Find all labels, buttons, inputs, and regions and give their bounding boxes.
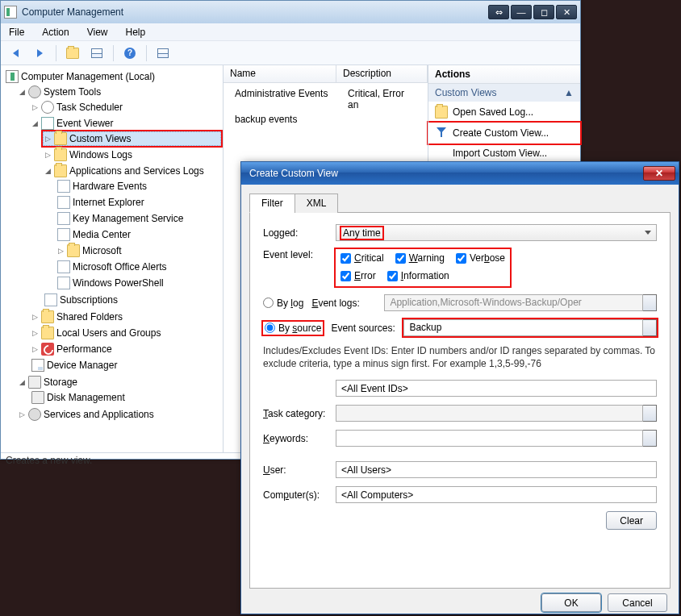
tree-ie[interactable]: Internet Explorer	[56, 195, 221, 210]
col-name[interactable]: Name	[224, 65, 336, 82]
label: Create Custom View...	[453, 127, 549, 139]
view-button[interactable]	[153, 44, 173, 62]
checkbox-error[interactable]: Error	[340, 270, 376, 281]
tree-local-users[interactable]: ▷Local Users and Groups	[30, 326, 221, 340]
tree-hardware-events[interactable]: Hardware Events	[56, 179, 221, 194]
checkbox-information[interactable]: Information	[387, 270, 449, 281]
label: Services and Applications	[44, 409, 154, 420]
tree-services-apps[interactable]: ▷Services and Applications	[17, 407, 221, 422]
checkbox-critical[interactable]: Critical	[340, 252, 384, 264]
expander-icon[interactable]: ▷	[57, 248, 65, 255]
dialog-title: Create Custom View	[244, 168, 643, 179]
tree-disk-management[interactable]: Disk Management	[30, 390, 221, 405]
properties-button[interactable]	[87, 44, 107, 62]
list-item[interactable]: Administrative Events Critical, Error an	[228, 86, 423, 112]
keywords-field[interactable]	[336, 430, 643, 447]
dialog-titlebar[interactable]: Create Custom View ✕	[241, 162, 679, 185]
create-custom-view-dialog: Create Custom View ✕ Filter XML Logged: …	[240, 161, 679, 614]
checkbox-warning[interactable]: Warning	[395, 252, 445, 264]
checkbox-verbose[interactable]: Verbose	[456, 252, 505, 264]
label: Device Manager	[47, 360, 117, 371]
list-item[interactable]: backup events	[228, 112, 423, 127]
label: Local Users and Groups	[56, 327, 161, 339]
tree-windows-logs[interactable]: ▷Windows Logs	[43, 148, 221, 162]
tree-key-mgmt[interactable]: Key Management Service	[56, 211, 221, 226]
event-sources-dropdown[interactable]	[643, 319, 657, 336]
expander-icon[interactable]: ▷	[31, 314, 39, 321]
tree-media-center[interactable]: Media Center	[56, 227, 221, 242]
ok-button[interactable]: OK	[541, 593, 601, 612]
arrow-left-icon	[13, 49, 19, 57]
label: Key Management Service	[73, 213, 183, 224]
separator	[113, 45, 114, 61]
forward-button[interactable]	[30, 44, 49, 62]
grid-icon	[157, 48, 169, 58]
help-button[interactable]: ?	[120, 44, 140, 62]
tree-subscriptions[interactable]: Subscriptions	[43, 293, 221, 307]
tree-custom-views[interactable]: ▷Custom Views	[43, 131, 221, 146]
titlebar[interactable]: Computer Management ⇔ — ◻ ✕	[1, 1, 580, 23]
tree-powershell[interactable]: Windows PowerShell	[56, 276, 221, 290]
cancel-button[interactable]: Cancel	[608, 593, 667, 612]
label: Disk Management	[47, 392, 125, 403]
actions-header: Actions	[428, 65, 580, 84]
tree-task-scheduler[interactable]: ▷Task Scheduler	[30, 100, 221, 114]
maximize-button[interactable]: ◻	[533, 5, 554, 19]
action-open-saved-log[interactable]: Open Saved Log...	[428, 102, 580, 123]
tree-event-viewer[interactable]: ◢Event Viewer	[30, 116, 221, 131]
actions-subheader[interactable]: Custom Views▲	[428, 84, 580, 102]
clear-button[interactable]: Clear	[606, 511, 657, 530]
expander-icon[interactable]: ◢	[19, 89, 26, 96]
tree-apps-logs[interactable]: ◢Applications and Services Logs	[43, 164, 221, 178]
back-button[interactable]	[6, 44, 25, 62]
tree-shared-folders[interactable]: ▷Shared Folders	[30, 310, 221, 324]
keywords-dropdown[interactable]	[643, 430, 657, 447]
expander-icon[interactable]: ▷	[44, 152, 52, 159]
action-import-custom-view[interactable]: Import Custom View...	[428, 144, 580, 163]
tree-panel[interactable]: Computer Management (Local) ◢System Tool…	[1, 65, 224, 452]
expander-icon[interactable]: ▷	[31, 346, 39, 353]
expander-icon[interactable]: ◢	[19, 379, 26, 386]
tree-device-manager[interactable]: Device Manager	[30, 358, 221, 373]
menu-help[interactable]: Help	[123, 25, 149, 40]
close-button[interactable]: ✕	[556, 5, 577, 19]
tree-storage[interactable]: ◢Storage	[17, 375, 221, 389]
dialog-close-button[interactable]: ✕	[643, 166, 675, 181]
tab-filter[interactable]: Filter	[249, 194, 295, 213]
expander-icon[interactable]: ▷	[31, 104, 39, 111]
label: Windows Logs	[69, 149, 132, 160]
up-button[interactable]	[63, 44, 82, 62]
logged-combo[interactable]: Any time	[336, 224, 657, 241]
user-field[interactable]	[336, 461, 657, 478]
col-description[interactable]: Description	[336, 65, 428, 82]
menu-file[interactable]: File	[6, 25, 27, 40]
expander-icon[interactable]: ◢	[31, 120, 39, 127]
expander-icon[interactable]: ◢	[44, 168, 52, 175]
menu-view[interactable]: View	[84, 25, 111, 40]
radio-by-log[interactable]: By log	[263, 298, 303, 309]
log-icon	[57, 228, 70, 241]
switch-button[interactable]: ⇔	[488, 5, 509, 19]
expander-icon[interactable]: ▷	[19, 411, 26, 418]
event-logs-dropdown[interactable]	[643, 294, 657, 311]
action-create-custom-view[interactable]: Create Custom View...	[428, 123, 580, 144]
event-sources-field[interactable]: Backup	[403, 319, 643, 336]
menu-action[interactable]: Action	[39, 25, 72, 40]
expander-icon[interactable]: ▷	[31, 330, 39, 337]
app-icon	[4, 6, 17, 19]
tree-root[interactable]: Computer Management (Local)	[4, 69, 221, 84]
radio-by-source[interactable]: By source	[263, 322, 323, 335]
minimize-button[interactable]: —	[511, 5, 532, 19]
computers-field[interactable]	[336, 486, 657, 503]
tab-xml[interactable]: XML	[295, 194, 339, 213]
event-logs-field: Application,Microsoft-Windows-Backup/Ope…	[384, 294, 643, 311]
tree-microsoft[interactable]: ▷Microsoft	[56, 243, 221, 258]
tree-system-tools[interactable]: ◢System Tools	[17, 85, 221, 99]
event-ids-field[interactable]	[336, 380, 657, 397]
expander-icon[interactable]: ▷	[44, 135, 52, 143]
task-category-dropdown[interactable]	[643, 405, 657, 422]
separator	[146, 45, 147, 61]
collapse-icon[interactable]: ▲	[564, 87, 574, 98]
tree-performance[interactable]: ▷Performance	[30, 342, 221, 356]
tree-office-alerts[interactable]: Microsoft Office Alerts	[56, 260, 221, 274]
